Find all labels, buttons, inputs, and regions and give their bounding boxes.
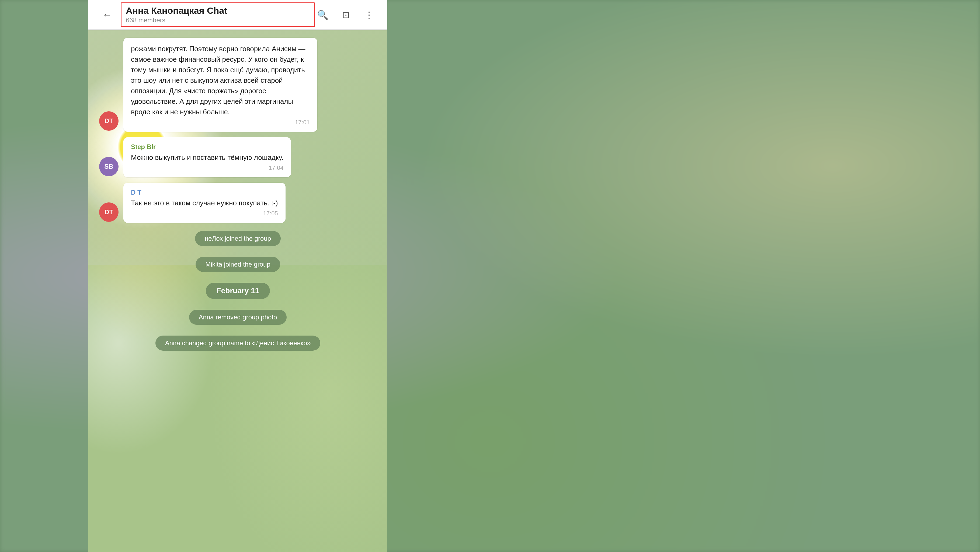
system-pill: Anna changed group name to «Денис Тихоне… bbox=[156, 335, 321, 351]
layout-button[interactable]: ⊡ bbox=[338, 7, 353, 22]
message-time: 17:05 bbox=[131, 210, 278, 217]
system-pill: Mikita joined the group bbox=[196, 257, 280, 272]
message-text: рожами покрутят. Поэтому верно говорила … bbox=[131, 44, 310, 117]
message-sender: Step Blr bbox=[131, 143, 283, 151]
more-options-button[interactable]: ⋮ bbox=[361, 7, 377, 22]
message-row: DT рожами покрутят. Поэтому верно говори… bbox=[99, 38, 377, 132]
avatar: DT bbox=[99, 111, 119, 131]
system-notification: Mikita joined the group bbox=[99, 257, 377, 272]
header-icons: 🔍 ⊡ ⋮ bbox=[315, 7, 377, 22]
date-pill: February 11 bbox=[206, 283, 270, 299]
chat-panel: ← Анна Канопацкая Chat 668 members 🔍 ⊡ ⋮… bbox=[88, 0, 387, 552]
message-bubble: Step Blr Можно выкупить и поставить тёмн… bbox=[123, 137, 291, 177]
message-time: 17:04 bbox=[131, 164, 283, 171]
back-arrow-icon: ← bbox=[102, 9, 112, 21]
search-button[interactable]: 🔍 bbox=[315, 7, 330, 22]
back-button[interactable]: ← bbox=[99, 7, 115, 23]
chat-header: ← Анна Канопацкая Chat 668 members 🔍 ⊡ ⋮ bbox=[88, 0, 387, 30]
system-notification: Anna changed group name to «Денис Тихоне… bbox=[99, 335, 377, 351]
message-text: Так не это в таком случае нужно покупать… bbox=[131, 198, 278, 208]
system-pill: неЛох joined the group bbox=[195, 231, 281, 246]
message-row: DT D T Так не это в таком случае нужно п… bbox=[99, 183, 377, 223]
header-title-area: Анна Канопацкая Chat 668 members bbox=[121, 2, 315, 27]
message-sender: D T bbox=[131, 189, 278, 196]
date-separator: February 11 bbox=[99, 283, 377, 299]
chat-body: DT рожами покрутят. Поэтому верно говори… bbox=[88, 30, 387, 552]
chat-members-count: 668 members bbox=[126, 16, 310, 24]
message-bubble: D T Так не это в таком случае нужно поку… bbox=[123, 183, 286, 223]
messages-container: DT рожами покрутят. Поэтому верно говори… bbox=[88, 38, 387, 353]
avatar: DT bbox=[99, 203, 119, 222]
message-text: Можно выкупить и поставить тёмную лошадк… bbox=[131, 152, 283, 163]
system-pill: Anna removed group photo bbox=[189, 310, 287, 325]
message-row: SB Step Blr Можно выкупить и поставить т… bbox=[99, 137, 377, 177]
message-bubble: рожами покрутят. Поэтому верно говорила … bbox=[123, 38, 317, 132]
message-time: 17:01 bbox=[131, 119, 310, 126]
system-notification: Anna removed group photo bbox=[99, 310, 377, 325]
system-notification: неЛох joined the group bbox=[99, 231, 377, 246]
chat-title: Анна Канопацкая Chat bbox=[126, 5, 310, 16]
avatar: SB bbox=[99, 157, 119, 176]
